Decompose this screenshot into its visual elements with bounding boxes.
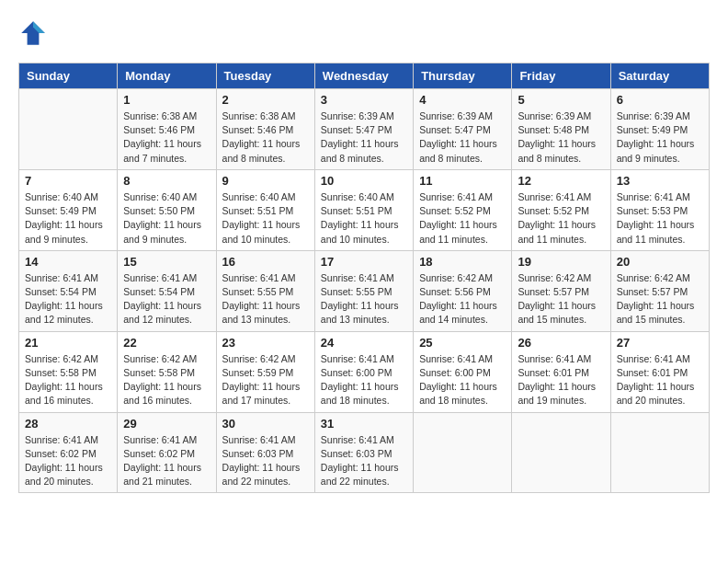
week-row-4: 21Sunrise: 6:42 AMSunset: 5:58 PMDayligh… xyxy=(19,331,710,412)
day-info: Sunrise: 6:41 AMSunset: 5:54 PMDaylight:… xyxy=(25,271,111,327)
day-info: Sunrise: 6:38 AMSunset: 5:46 PMDaylight:… xyxy=(222,109,309,166)
week-row-1: 1Sunrise: 6:38 AMSunset: 5:46 PMDaylight… xyxy=(19,89,710,170)
day-info: Sunrise: 6:41 AMSunset: 5:52 PMDaylight:… xyxy=(518,190,604,247)
calendar-cell: 15Sunrise: 6:41 AMSunset: 5:54 PMDayligh… xyxy=(118,250,216,331)
day-info: Sunrise: 6:39 AMSunset: 5:49 PMDaylight:… xyxy=(617,109,703,166)
calendar-cell: 2Sunrise: 6:38 AMSunset: 5:46 PMDaylight… xyxy=(216,89,314,170)
day-number: 15 xyxy=(123,255,210,269)
header-cell-monday: Monday xyxy=(118,63,216,89)
day-number: 22 xyxy=(123,336,210,350)
calendar-cell: 6Sunrise: 6:39 AMSunset: 5:49 PMDaylight… xyxy=(610,89,709,170)
calendar-cell: 31Sunrise: 6:41 AMSunset: 6:03 PMDayligh… xyxy=(314,412,413,493)
day-number: 17 xyxy=(321,255,407,269)
day-info: Sunrise: 6:40 AMSunset: 5:50 PMDaylight:… xyxy=(123,190,210,247)
day-number: 23 xyxy=(222,336,309,350)
day-info: Sunrise: 6:42 AMSunset: 5:57 PMDaylight:… xyxy=(518,271,604,327)
day-number: 16 xyxy=(222,255,309,269)
calendar-cell: 26Sunrise: 6:41 AMSunset: 6:01 PMDayligh… xyxy=(512,331,610,412)
day-number: 1 xyxy=(123,93,210,107)
header-cell-friday: Friday xyxy=(512,63,610,89)
day-number: 30 xyxy=(222,417,309,431)
day-number: 3 xyxy=(321,93,407,107)
calendar-cell xyxy=(19,89,118,170)
calendar-header: SundayMondayTuesdayWednesdayThursdayFrid… xyxy=(19,63,710,89)
day-number: 18 xyxy=(419,255,506,269)
day-number: 11 xyxy=(419,174,506,188)
calendar-cell: 24Sunrise: 6:41 AMSunset: 6:00 PMDayligh… xyxy=(314,331,413,412)
day-number: 7 xyxy=(25,174,111,188)
calendar-cell xyxy=(610,412,709,493)
day-info: Sunrise: 6:41 AMSunset: 6:03 PMDaylight:… xyxy=(321,433,407,489)
day-info: Sunrise: 6:42 AMSunset: 5:59 PMDaylight:… xyxy=(222,352,309,408)
header-cell-thursday: Thursday xyxy=(414,63,512,89)
calendar-cell: 23Sunrise: 6:42 AMSunset: 5:59 PMDayligh… xyxy=(216,331,314,412)
day-info: Sunrise: 6:41 AMSunset: 6:00 PMDaylight:… xyxy=(321,352,407,408)
day-number: 6 xyxy=(617,93,703,107)
day-number: 19 xyxy=(518,255,604,269)
day-number: 13 xyxy=(617,174,703,188)
calendar-cell: 9Sunrise: 6:40 AMSunset: 5:51 PMDaylight… xyxy=(216,169,314,250)
calendar-cell: 7Sunrise: 6:40 AMSunset: 5:49 PMDaylight… xyxy=(19,169,118,250)
header-row: SundayMondayTuesdayWednesdayThursdayFrid… xyxy=(19,63,710,89)
day-number: 10 xyxy=(321,174,407,188)
calendar-cell: 12Sunrise: 6:41 AMSunset: 5:52 PMDayligh… xyxy=(512,169,610,250)
day-number: 8 xyxy=(123,174,210,188)
week-row-3: 14Sunrise: 6:41 AMSunset: 5:54 PMDayligh… xyxy=(19,250,710,331)
header-cell-tuesday: Tuesday xyxy=(216,63,314,89)
week-row-5: 28Sunrise: 6:41 AMSunset: 6:02 PMDayligh… xyxy=(19,412,710,493)
calendar-cell: 22Sunrise: 6:42 AMSunset: 5:58 PMDayligh… xyxy=(118,331,216,412)
calendar-cell: 25Sunrise: 6:41 AMSunset: 6:00 PMDayligh… xyxy=(414,331,512,412)
day-number: 20 xyxy=(617,255,703,269)
day-info: Sunrise: 6:42 AMSunset: 5:58 PMDaylight:… xyxy=(123,352,210,408)
day-info: Sunrise: 6:41 AMSunset: 5:55 PMDaylight:… xyxy=(321,271,407,327)
calendar-cell: 17Sunrise: 6:41 AMSunset: 5:55 PMDayligh… xyxy=(314,250,413,331)
day-number: 28 xyxy=(25,417,111,431)
day-info: Sunrise: 6:40 AMSunset: 5:51 PMDaylight:… xyxy=(321,190,407,247)
day-info: Sunrise: 6:42 AMSunset: 5:58 PMDaylight:… xyxy=(25,352,111,408)
day-number: 4 xyxy=(419,93,506,107)
day-info: Sunrise: 6:41 AMSunset: 6:01 PMDaylight:… xyxy=(518,352,604,408)
day-info: Sunrise: 6:41 AMSunset: 6:00 PMDaylight:… xyxy=(419,352,506,408)
day-number: 14 xyxy=(25,255,111,269)
calendar-cell xyxy=(414,412,512,493)
day-info: Sunrise: 6:41 AMSunset: 5:52 PMDaylight:… xyxy=(419,190,506,247)
day-number: 5 xyxy=(518,93,604,107)
page-header xyxy=(18,18,710,48)
calendar-cell: 5Sunrise: 6:39 AMSunset: 5:48 PMDaylight… xyxy=(512,89,610,170)
calendar-cell: 4Sunrise: 6:39 AMSunset: 5:47 PMDaylight… xyxy=(414,89,512,170)
calendar-cell: 11Sunrise: 6:41 AMSunset: 5:52 PMDayligh… xyxy=(414,169,512,250)
day-number: 25 xyxy=(419,336,506,350)
day-info: Sunrise: 6:41 AMSunset: 6:02 PMDaylight:… xyxy=(123,433,210,489)
day-info: Sunrise: 6:41 AMSunset: 6:01 PMDaylight:… xyxy=(617,352,703,408)
day-number: 24 xyxy=(321,336,407,350)
day-info: Sunrise: 6:41 AMSunset: 6:03 PMDaylight:… xyxy=(222,433,309,489)
calendar-table: SundayMondayTuesdayWednesdayThursdayFrid… xyxy=(18,63,710,493)
calendar-cell: 27Sunrise: 6:41 AMSunset: 6:01 PMDayligh… xyxy=(610,331,709,412)
header-cell-saturday: Saturday xyxy=(610,63,709,89)
day-info: Sunrise: 6:38 AMSunset: 5:46 PMDaylight:… xyxy=(123,109,210,166)
calendar-cell: 14Sunrise: 6:41 AMSunset: 5:54 PMDayligh… xyxy=(19,250,118,331)
logo-icon xyxy=(18,18,48,48)
day-info: Sunrise: 6:39 AMSunset: 5:47 PMDaylight:… xyxy=(419,109,506,166)
day-info: Sunrise: 6:41 AMSunset: 6:02 PMDaylight:… xyxy=(25,433,111,489)
day-info: Sunrise: 6:42 AMSunset: 5:57 PMDaylight:… xyxy=(617,271,703,327)
day-number: 27 xyxy=(617,336,703,350)
calendar-cell: 29Sunrise: 6:41 AMSunset: 6:02 PMDayligh… xyxy=(118,412,216,493)
calendar-cell: 18Sunrise: 6:42 AMSunset: 5:56 PMDayligh… xyxy=(414,250,512,331)
day-number: 12 xyxy=(518,174,604,188)
day-info: Sunrise: 6:40 AMSunset: 5:49 PMDaylight:… xyxy=(25,190,111,247)
calendar-cell xyxy=(512,412,610,493)
day-info: Sunrise: 6:39 AMSunset: 5:48 PMDaylight:… xyxy=(518,109,604,166)
header-cell-sunday: Sunday xyxy=(19,63,118,89)
day-info: Sunrise: 6:41 AMSunset: 5:54 PMDaylight:… xyxy=(123,271,210,327)
logo xyxy=(18,18,51,48)
calendar-cell: 3Sunrise: 6:39 AMSunset: 5:47 PMDaylight… xyxy=(314,89,413,170)
day-number: 9 xyxy=(222,174,309,188)
week-row-2: 7Sunrise: 6:40 AMSunset: 5:49 PMDaylight… xyxy=(19,169,710,250)
calendar-cell: 21Sunrise: 6:42 AMSunset: 5:58 PMDayligh… xyxy=(19,331,118,412)
calendar-cell: 19Sunrise: 6:42 AMSunset: 5:57 PMDayligh… xyxy=(512,250,610,331)
day-info: Sunrise: 6:41 AMSunset: 5:53 PMDaylight:… xyxy=(617,190,703,247)
calendar-body: 1Sunrise: 6:38 AMSunset: 5:46 PMDaylight… xyxy=(19,89,710,493)
day-number: 2 xyxy=(222,93,309,107)
calendar-cell: 10Sunrise: 6:40 AMSunset: 5:51 PMDayligh… xyxy=(314,169,413,250)
